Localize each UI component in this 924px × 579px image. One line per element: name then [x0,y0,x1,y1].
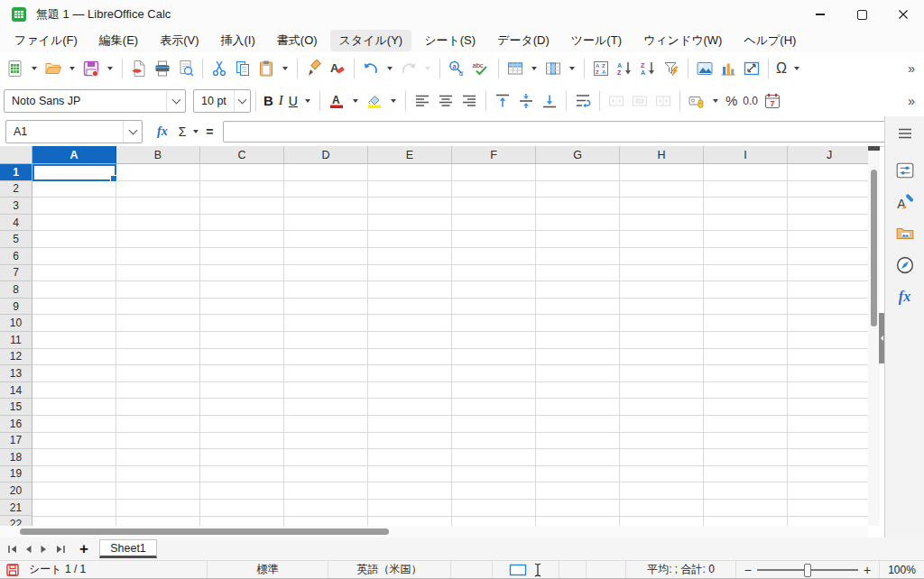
find-replace-button[interactable]: ad [445,56,468,81]
insert-column-button[interactable] [541,56,565,81]
font-name-dropdown[interactable] [166,90,185,112]
language-segment[interactable]: 英語（米国） [328,561,451,578]
wrap-text-button[interactable] [571,88,595,114]
format-currency-button[interactable] [685,88,708,114]
function-wizard-button[interactable]: fx [152,124,173,139]
merge-center-button[interactable] [605,88,628,114]
undo-dropdown[interactable] [383,56,397,81]
spelling-button[interactable]: abc [468,56,494,81]
column-header-i[interactable]: I [704,146,788,164]
sidebar-tab-gallery[interactable] [891,220,919,247]
highlight-color-button[interactable] [363,88,386,114]
row-header-1[interactable]: 1 [0,164,32,181]
format-number-button[interactable]: 0.0 [740,88,761,114]
redo-button[interactable] [397,56,420,81]
row-header-3[interactable]: 3 [0,198,32,215]
center-vertically-button[interactable] [514,88,538,114]
previous-sheet-button[interactable] [20,540,36,558]
align-right-button[interactable] [457,88,481,114]
menu-item-7[interactable]: データ(D) [488,30,559,51]
font-color-button[interactable]: A [325,88,348,114]
sidebar-settings-button[interactable] [891,120,919,147]
unsaved-changes-icon[interactable] [5,563,20,577]
zoom-level-segment[interactable]: 100% [880,561,924,578]
sheet-tab-sheet1[interactable]: Sheet1 [99,539,157,558]
sidebar-tab-styles[interactable]: A [891,188,919,216]
align-center-button[interactable] [434,88,457,114]
maximize-button[interactable] [841,0,882,29]
font-name-combobox[interactable]: Noto Sans JP [4,89,186,113]
menu-item-3[interactable]: 挿入(I) [212,30,264,51]
row-header-21[interactable]: 21 [0,500,32,517]
clear-formatting-button[interactable]: A [326,56,349,81]
name-box[interactable]: A1 [5,120,143,143]
column-header-d[interactable]: D [284,146,368,164]
bold-button[interactable]: B [261,88,276,114]
sum-dropdown[interactable] [193,130,199,133]
underline-button[interactable]: U [286,88,300,114]
menu-item-6[interactable]: シート(S) [415,30,485,51]
cell-grid[interactable] [32,164,868,526]
menu-item-9[interactable]: ウィンドウ(W) [634,30,731,51]
font-color-dropdown[interactable] [348,88,363,114]
open-dropdown[interactable] [65,56,79,81]
undo-button[interactable] [359,56,383,81]
redo-dropdown[interactable] [420,56,435,81]
row-header-22[interactable]: 22 [0,516,32,526]
row-header-19[interactable]: 19 [0,466,32,483]
row-header-8[interactable]: 8 [0,281,32,299]
special-character-dropdown[interactable] [790,56,804,81]
row-header-9[interactable]: 9 [0,299,32,316]
print-button[interactable] [151,56,174,81]
insert-row-dropdown[interactable] [527,56,541,81]
align-bottom-button[interactable] [538,88,561,114]
menu-item-0[interactable]: ファイル(F) [5,30,87,51]
zoom-slider[interactable] [757,569,858,571]
horizontal-scrollbar[interactable] [0,526,868,538]
insert-object-button[interactable] [740,56,763,81]
formula-input[interactable] [223,121,890,142]
menu-item-4[interactable]: 書式(O) [268,30,327,51]
format-percent-button[interactable]: % [723,88,740,114]
last-sheet-button[interactable] [52,540,69,558]
minimize-button[interactable] [799,0,841,29]
close-button[interactable] [882,0,924,29]
row-header-7[interactable]: 7 [0,265,32,282]
select-all-corner[interactable] [0,146,32,164]
insert-row-button[interactable] [504,56,527,81]
row-header-12[interactable]: 12 [0,349,32,366]
column-header-e[interactable]: E [368,146,452,164]
column-header-j[interactable]: J [788,146,868,164]
copy-button[interactable] [231,56,254,81]
export-pdf-button[interactable] [127,56,151,81]
column-header-b[interactable]: B [116,146,200,164]
new-document-button[interactable] [4,56,27,81]
menu-item-10[interactable]: ヘルプ(H) [735,30,805,51]
insert-chart-button[interactable] [716,56,740,81]
first-sheet-button[interactable] [4,540,20,558]
toolbar-overflow-button[interactable]: » [902,94,920,108]
merge-cells-button[interactable] [628,88,651,114]
menu-item-1[interactable]: 編集(E) [90,30,147,51]
menu-item-8[interactable]: ツール(T) [562,30,631,51]
formula-button[interactable]: = [200,124,218,139]
horizontal-scrollbar-thumb[interactable] [20,528,389,535]
zoom-slider-thumb[interactable] [804,564,811,577]
sort-button[interactable]: AZZA [589,56,613,81]
column-header-f[interactable]: F [452,146,536,164]
new-document-dropdown[interactable] [27,56,42,81]
row-header-13[interactable]: 13 [0,365,32,382]
sum-button[interactable]: Σ [173,124,192,139]
sidebar-tab-functions[interactable]: fx [891,283,919,310]
underline-dropdown[interactable] [300,88,315,114]
row-header-15[interactable]: 15 [0,399,32,416]
selected-cell-a1[interactable] [32,164,116,181]
add-sheet-button[interactable]: + [74,540,94,558]
sort-ascending-button[interactable]: AZ [613,56,636,81]
open-button[interactable] [42,56,65,81]
selection-mode-segment[interactable] [493,561,559,578]
save-button[interactable] [79,56,103,81]
toolbar-overflow-button[interactable]: » [902,61,920,76]
row-header-5[interactable]: 5 [0,231,32,248]
format-currency-dropdown[interactable] [708,88,723,114]
